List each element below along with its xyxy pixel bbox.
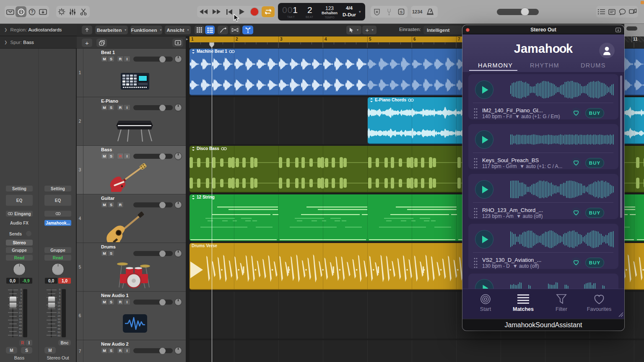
svg-text:1234: 1234	[412, 9, 423, 14]
svg-text:S: S	[400, 10, 402, 14]
svg-text:?: ?	[31, 10, 33, 14]
